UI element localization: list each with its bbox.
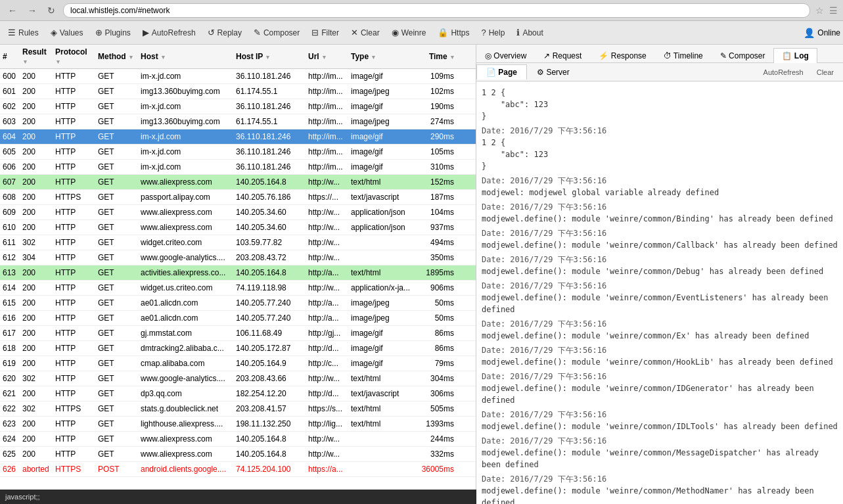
row-url: http://im...: [306, 99, 348, 114]
right-tab-request[interactable]: ↗ Request: [535, 48, 590, 63]
bookmark-icon[interactable]: ☆: [815, 5, 824, 16]
log-date: Date: 2016/7/29 下午3:56:16: [482, 175, 838, 187]
row-method: GET: [95, 84, 138, 99]
table-row[interactable]: 603 200 HTTP GET img13.360buyimg.com 61.…: [0, 114, 476, 129]
table-row[interactable]: 609 200 HTTP GET www.aliexpress.com 140.…: [0, 205, 476, 220]
row-result: 200: [20, 205, 53, 219]
row-protocol: HTTP: [53, 281, 95, 295]
weinre-button[interactable]: ◉ Weinre: [386, 25, 432, 40]
row-method: GET: [95, 417, 138, 431]
row-host: passport.alipay.com: [138, 190, 233, 204]
filter-button[interactable]: ⊟ Filter: [306, 25, 344, 40]
right-tab-overview[interactable]: ◎ Overview: [476, 48, 535, 63]
row-num: 625: [0, 447, 20, 461]
table-row[interactable]: 614 200 HTTP GET widget.us.criteo.com 74…: [0, 281, 476, 296]
table-row[interactable]: 608 200 HTTPS GET passport.alipay.com 14…: [0, 190, 476, 205]
table-row[interactable]: 610 200 HTTP GET www.aliexpress.com 140.…: [0, 220, 476, 235]
autorefresh-button[interactable]: ▶ AutoRefresh: [137, 25, 201, 40]
composer-button[interactable]: ✎ Composer: [248, 25, 305, 40]
log-subtab-server[interactable]: ⚙ Server: [527, 64, 580, 80]
log-autorefresh-button[interactable]: AutoRefresh: [760, 67, 808, 78]
table-row[interactable]: 626 aborted HTTPS POST android.clients.g…: [0, 462, 476, 477]
row-hostip: 61.174.55.1: [233, 84, 306, 99]
forward-button[interactable]: →: [25, 4, 39, 17]
menu-icon[interactable]: ☰: [829, 5, 838, 16]
row-host: stats.g.doubleclick.net: [138, 401, 233, 416]
table-row[interactable]: 604 200 HTTP GET im-x.jd.com 36.110.181.…: [0, 129, 476, 145]
help-button[interactable]: ? Help: [476, 25, 510, 40]
row-result: 200: [20, 341, 53, 355]
table-row[interactable]: 623 200 HTTP GET lighthouse.aliexpress..…: [0, 417, 476, 432]
log-date: Date: 2016/7/29 下午3:56:16: [482, 344, 838, 356]
col-hostip-header[interactable]: Host IP ▾: [233, 49, 306, 64]
right-tab-timeline[interactable]: ⏱ Timeline: [655, 48, 712, 63]
replay-button[interactable]: ↺ Replay: [202, 25, 247, 40]
row-hostip: 36.110.181.246: [233, 145, 306, 159]
table-row[interactable]: 625 200 HTTP GET www.aliexpress.com 140.…: [0, 447, 476, 462]
table-row[interactable]: 618 200 HTTP GET dmtracking2.alibaba.c..…: [0, 341, 476, 356]
col-host-header[interactable]: Host ▾: [138, 49, 233, 64]
right-tab-log[interactable]: 📋 Log: [773, 48, 817, 63]
table-row[interactable]: 600 200 HTTP GET im-x.jd.com 36.110.181.…: [0, 69, 476, 84]
table-row[interactable]: 605 200 HTTP GET im-x.jd.com 36.110.181.…: [0, 145, 476, 160]
row-hostip: 36.110.181.246: [233, 69, 306, 83]
row-type: text/html: [348, 401, 414, 416]
row-url: http://w...: [306, 447, 348, 461]
table-row[interactable]: 621 200 HTTP GET dp3.qq.com 182.254.12.2…: [0, 386, 476, 401]
address-bar[interactable]: [63, 3, 810, 18]
rules-button[interactable]: ☰ Rules: [3, 25, 44, 40]
row-num: 623: [0, 417, 20, 431]
refresh-button[interactable]: ↻: [45, 4, 58, 17]
row-hostip: 140.205.164.9: [233, 356, 306, 371]
row-url: http://w...: [306, 250, 348, 265]
log-subtab-page[interactable]: 📄 Page: [476, 64, 527, 80]
log-clear-button[interactable]: Clear: [813, 67, 838, 78]
table-row[interactable]: 617 200 HTTP GET gj.mmstat.com 106.11.68…: [0, 326, 476, 341]
table-row[interactable]: 613 200 HTTP GET activities.aliexpress.c…: [0, 265, 476, 281]
table-row[interactable]: 622 302 HTTPS GET stats.g.doubleclick.ne…: [0, 401, 476, 417]
col-time-header[interactable]: Time ▾: [414, 49, 457, 64]
plugins-button[interactable]: ⊕ Plugins: [90, 25, 136, 40]
col-method-header[interactable]: Method ▾: [95, 49, 138, 64]
table-row[interactable]: 615 200 HTTP GET ae01.alicdn.com 140.205…: [0, 296, 476, 311]
row-url: http://a...: [306, 296, 348, 310]
row-result: 200: [20, 281, 53, 295]
row-protocol: HTTP: [53, 220, 95, 235]
request-tab-icon: ↗: [543, 51, 550, 60]
row-protocol: HTTP: [53, 129, 95, 144]
row-result: 200: [20, 220, 53, 235]
row-url: http://w...: [306, 281, 348, 295]
filter-icon: ⊟: [311, 28, 319, 37]
log-date: Date: 2016/7/29 下午3:56:16: [482, 254, 838, 265]
table-row[interactable]: 611 302 HTTP GET widget.criteo.com 103.5…: [0, 235, 476, 250]
col-type-header[interactable]: Type ▾: [348, 49, 414, 64]
table-row[interactable]: 620 302 HTTP GET www.google-analytics...…: [0, 371, 476, 386]
table-row[interactable]: 624 200 HTTP GET www.aliexpress.com 140.…: [0, 432, 476, 447]
filter-label: Filter: [321, 28, 339, 37]
row-type: [348, 467, 414, 472]
col-protocol-header[interactable]: Protocol ▾: [53, 45, 95, 68]
table-row[interactable]: 606 200 HTTP GET im-x.jd.com 36.110.181.…: [0, 160, 476, 175]
about-label: About: [522, 28, 543, 37]
right-tab-response[interactable]: ⚡ Response: [590, 48, 654, 63]
plugins-label: Plugins: [105, 28, 131, 37]
col-result-header[interactable]: Result ▾: [20, 45, 53, 68]
table-row[interactable]: 602 200 HTTP GET im-x.jd.com 36.110.181.…: [0, 99, 476, 114]
https-button[interactable]: 🔒 Https: [432, 25, 474, 40]
table-row[interactable]: 601 200 HTTP GET img13.360buyimg.com 61.…: [0, 84, 476, 99]
table-row[interactable]: 616 200 HTTP GET ae01.alicdn.com 140.205…: [0, 311, 476, 326]
clear-button[interactable]: ✕ Clear: [346, 25, 385, 40]
back-button[interactable]: ←: [5, 4, 20, 17]
table-row[interactable]: 619 200 HTTP GET cmap.alibaba.com 140.20…: [0, 356, 476, 371]
row-host: activities.aliexpress.co...: [138, 265, 233, 280]
right-tab-composer[interactable]: ✎ Composer: [712, 48, 774, 63]
table-row[interactable]: 612 304 HTTP GET www.google-analytics...…: [0, 250, 476, 265]
col-url-header[interactable]: Url ▾: [306, 49, 348, 64]
row-num: 615: [0, 296, 20, 310]
row-protocol: HTTP: [53, 160, 95, 174]
online-icon: 👤: [804, 28, 815, 38]
about-button[interactable]: ℹ About: [511, 25, 548, 40]
table-row[interactable]: 607 200 HTTP GET www.aliexpress.com 140.…: [0, 175, 476, 190]
values-button[interactable]: ◈ Values: [45, 25, 89, 40]
row-time: 1393ms: [414, 417, 457, 431]
